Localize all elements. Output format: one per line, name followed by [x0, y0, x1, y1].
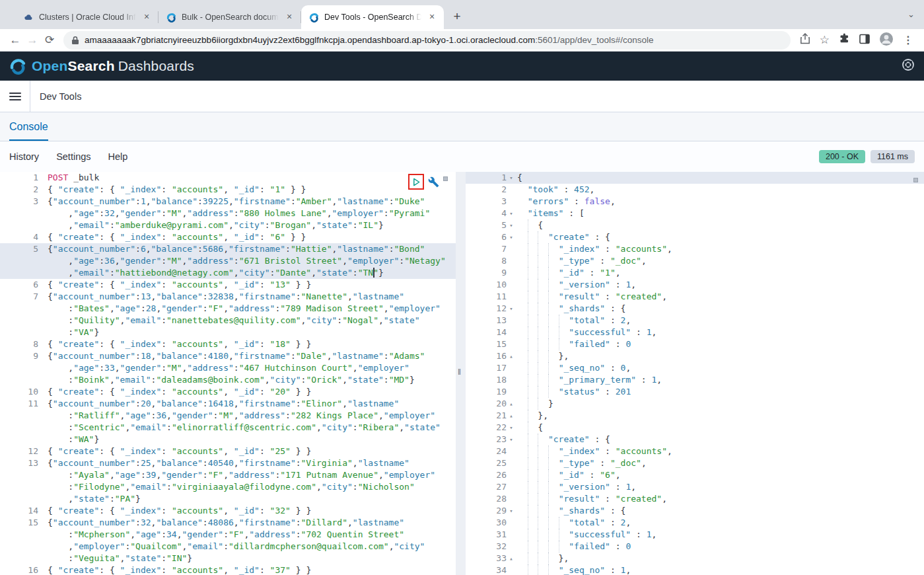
request-line: 15{"account_number":32,"balance":48086,"…	[0, 517, 456, 529]
browser-tab-2[interactable]: Bulk - OpenSearch documenta×	[159, 5, 301, 29]
annotation-red-box	[408, 174, 424, 190]
fold-spacer	[507, 457, 516, 469]
fold-spacer	[507, 255, 516, 267]
fold-open-icon[interactable]: ▾	[507, 422, 516, 434]
fold-spacer	[507, 243, 516, 255]
request-line: ,"email":"hattiebond@netagy.com","city":…	[0, 267, 456, 279]
response-line: 5▾ {	[466, 219, 924, 231]
opensearch-favicon	[309, 13, 319, 22]
tab-close-icon[interactable]: ×	[427, 12, 437, 22]
new-tab-button[interactable]: +	[448, 8, 466, 26]
fold-spacer	[507, 374, 516, 386]
tab-title: Clusters | Oracle Cloud Infrastr	[39, 13, 136, 22]
fold-close-icon[interactable]: ▴	[507, 398, 516, 410]
fold-open-icon[interactable]: ▾	[507, 303, 516, 315]
back-button[interactable]: ←	[7, 34, 24, 47]
request-line: 11{"account_number":20,"balance":16418,"…	[0, 398, 456, 410]
browser-tab-3[interactable]: Dev Tools - OpenSearch Dashb×	[301, 5, 444, 29]
menu-item-settings[interactable]: Settings	[56, 151, 90, 162]
response-line: 10 "_version" : 1,	[466, 279, 924, 291]
response-line: 28 "result" : "created",	[466, 493, 924, 505]
fold-open-icon[interactable]: ▾	[507, 505, 516, 517]
fold-spacer	[507, 267, 516, 279]
fold-spacer	[507, 564, 516, 575]
response-line: 4▾ "items" : [	[466, 208, 924, 219]
request-wrench-icon[interactable]	[428, 176, 439, 188]
fold-open-icon[interactable]: ▾	[507, 219, 516, 231]
splitter-grip-icon[interactable]: ‖	[458, 367, 461, 377]
request-line: ,"state":"PA"}	[0, 493, 456, 505]
response-line: 12▾ "_shards" : {	[466, 303, 924, 315]
browser-menu-icon[interactable]: ⋮	[903, 34, 913, 46]
fold-spacer	[507, 184, 516, 196]
response-line: 7 "_index" : "accounts",	[466, 243, 924, 255]
bookmark-star-icon[interactable]: ☆	[820, 33, 830, 47]
menu-item-help[interactable]: Help	[108, 151, 128, 162]
response-line: 31 "successful" : 1,	[466, 529, 924, 541]
response-line: 2 "took" : 452,	[466, 184, 924, 196]
fold-spacer	[507, 517, 516, 529]
tab-close-icon[interactable]: ×	[284, 12, 295, 22]
tab-close-icon[interactable]: ×	[141, 12, 152, 22]
fold-spacer	[507, 541, 516, 553]
response-line: 15 "failed" : 0	[466, 338, 924, 350]
response-line: 17 "_seq_no" : 0,	[466, 362, 924, 374]
menu-item-history[interactable]: History	[9, 151, 39, 162]
extensions-icon[interactable]	[839, 33, 850, 47]
tab-search-chevron-icon[interactable]: ⌄	[907, 9, 915, 19]
fold-open-icon[interactable]: ▾	[507, 434, 516, 445]
fold-spacer	[507, 362, 516, 374]
menu-hamburger-icon[interactable]	[0, 81, 30, 112]
opensearch-logo[interactable]: OpenSearchDashboards	[9, 58, 194, 75]
request-line: 10{ "create": { "_index": "accounts", "_…	[0, 386, 456, 398]
response-line: 27 "_version" : 1,	[466, 481, 924, 493]
request-editor[interactable]: 1POST _bulk2{ "create": { "_index": "acc…	[0, 172, 456, 575]
response-viewer[interactable]: 1▾{2 "took" : 452,3 "errors" : false,4▾ …	[466, 172, 924, 575]
forward-button[interactable]: →	[24, 34, 41, 47]
status-badge: 200 - OK	[819, 150, 865, 163]
lock-icon[interactable]	[71, 36, 79, 45]
fold-spacer	[507, 291, 516, 303]
response-line: 29▾ "_shards" : {	[466, 505, 924, 517]
response-line: 9 "_id" : "1",	[466, 267, 924, 279]
request-line: 13{"account_number":25,"balance":40540,"…	[0, 457, 456, 469]
response-time-badge: 1161 ms	[871, 150, 915, 163]
reload-button[interactable]: ⟳	[41, 33, 58, 47]
request-line: 1POST _bulk	[0, 172, 456, 184]
fold-spacer	[507, 493, 516, 505]
request-line: :"Mcpherson","age":34,"gender":"F","addr…	[0, 529, 456, 541]
request-line: :"Veguita","state":"IN"}	[0, 553, 456, 564]
request-line: 6{ "create": { "_index": "accounts", "_i…	[0, 279, 456, 291]
browser-tab-1[interactable]: Clusters | Oracle Cloud Infrastr×	[16, 5, 159, 29]
address-bar[interactable]: amaaaaaaak7gbriatcnyireeuzbb6iiorgdxbn4u…	[63, 31, 791, 50]
response-line: 19 "status" : 201	[466, 386, 924, 398]
panel-splitter[interactable]: ‖	[456, 172, 466, 575]
side-panel-icon[interactable]	[859, 34, 870, 47]
fold-spacer	[507, 481, 516, 493]
fold-spacer	[507, 529, 516, 541]
browser-tab-strip: Clusters | Oracle Cloud Infrastr×Bulk - …	[0, 0, 924, 29]
help-icon[interactable]	[902, 58, 915, 74]
opensearch-logo-icon	[9, 58, 26, 75]
fold-close-icon[interactable]: ▴	[507, 410, 516, 422]
request-line: ,"age":36,"gender":"M","address":"671 Br…	[0, 255, 456, 267]
send-request-play-icon[interactable]	[412, 178, 421, 186]
response-line: 30 "total" : 2,	[466, 517, 924, 529]
fold-open-icon[interactable]: ▾	[507, 172, 516, 184]
fold-spacer	[507, 469, 516, 481]
fold-close-icon[interactable]: ▴	[507, 350, 516, 362]
request-line: :"Boink","email":"daleadams@boink.com","…	[0, 374, 456, 386]
request-line: :"Bates","age":28,"gender":"F","address"…	[0, 303, 456, 315]
tab-console[interactable]: Console	[9, 121, 48, 141]
browser-url-bar: ← → ⟳ amaaaaaaak7gbriatcnyireeuzbb6iiorg…	[0, 29, 924, 52]
response-line: 32 "failed" : 0	[466, 541, 924, 553]
request-line: 9{"account_number":18,"balance":4180,"fi…	[0, 350, 456, 362]
share-icon[interactable]	[800, 33, 810, 47]
fold-open-icon[interactable]: ▾	[507, 208, 516, 219]
fold-open-icon[interactable]: ▾	[507, 231, 516, 243]
fold-spacer	[507, 338, 516, 350]
profile-avatar[interactable]	[879, 32, 894, 49]
response-line: 34 "_seq_no" : 1,	[466, 564, 924, 575]
fold-close-icon[interactable]: ▴	[507, 553, 516, 564]
fold-spacer	[507, 326, 516, 338]
